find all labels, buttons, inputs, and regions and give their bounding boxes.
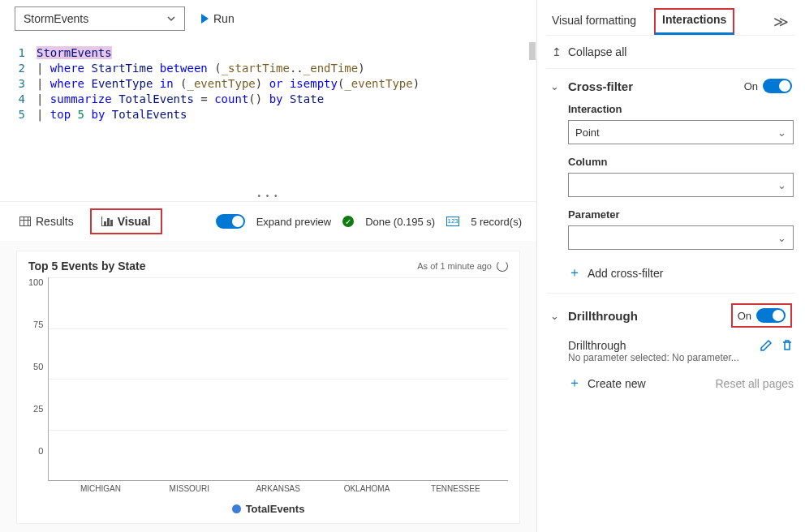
create-new-label: Create new [588,377,646,390]
x-tick: ARKANSAS [242,484,315,493]
code-token: where [50,62,84,75]
code-token: _eventType [187,77,255,90]
trash-icon [781,339,794,352]
line-number: 1 [0,45,25,61]
line-number: 5 [0,107,25,122]
editor-content[interactable]: StormEvents | where StartTime between (_… [37,45,536,183]
section-drillthrough: ⌄ Drillthrough On Drillthrough No parame… [547,293,795,403]
collapse-all-button[interactable]: ↥ Collapse all [547,36,795,68]
chart-card: Top 5 Events by State As of 1 minute ago… [16,251,520,524]
tab-label: Visual [118,215,151,228]
chart-icon [101,217,113,226]
code-token: _startTime [222,62,290,75]
tab-visual[interactable]: Visual [90,208,162,234]
add-crossfilter-button[interactable]: ＋ Add cross-filter [549,258,794,285]
legend-dot-icon [232,504,241,513]
code-token: StormEvents [37,46,112,59]
code-token: isempty [290,77,338,90]
drillthrough-desc: No parameter selected: No parameter... [568,352,760,363]
chevron-down-icon[interactable]: ⌄ [550,80,560,92]
x-tick: OKLAHOMA [330,484,403,493]
reset-pages-button[interactable]: Reset all pages [715,377,794,390]
collapse-all-label: Collapse all [568,45,626,58]
drillthrough-item[interactable]: Drillthrough No parameter selected: No p… [568,334,794,368]
code-editor[interactable]: 1 2 3 4 5 StormEvents | where StartTime … [0,37,536,191]
results-toolbar: Results Visual Expand preview ✓ Done (0.… [0,201,536,241]
field-label-parameter: Parameter [549,205,794,224]
code-token: EventType [91,77,153,90]
section-crossfilter: ⌄ Cross-filter On Interaction Point ⌄ Co… [547,68,795,293]
refresh-icon[interactable] [497,260,508,272]
crossfilter-toggle[interactable] [763,79,792,93]
table-icon [19,217,31,226]
chart-asof: As of 1 minute ago [417,261,492,271]
edit-button[interactable] [760,339,773,354]
line-number: 3 [0,76,25,92]
x-tick: TENNESSEE [419,484,492,493]
code-token: by [269,92,283,105]
chart-area: Top 5 Events by State As of 1 minute ago… [0,241,536,532]
y-tick: 0 [38,446,43,456]
code-token: in [160,77,174,90]
chevron-down-icon: ⌄ [777,232,786,244]
line-number: 4 [0,92,25,107]
pencil-icon [760,339,773,352]
code-token: StartTime [91,62,153,75]
field-label-interaction: Interaction [549,100,794,118]
delete-button[interactable] [781,339,794,354]
interaction-select[interactable]: Point ⌄ [568,120,794,144]
y-tick: 50 [33,362,43,371]
code-token: where [50,77,84,90]
section-title: Cross-filter [568,79,736,93]
tab-label: Results [36,215,74,228]
formatting-panel: Visual formatting Interactions ≫ ↥ Colla… [537,0,805,532]
tab-results[interactable]: Results [15,212,79,231]
code-token: _eventType [344,77,412,90]
y-tick: 75 [33,320,43,329]
editor-gutter: 1 2 3 4 5 [0,45,37,183]
dropdown-value: Point [575,127,600,139]
code-token: State [290,92,324,105]
y-tick: 25 [33,404,43,414]
code-token: TotalEvents [118,92,194,105]
column-select[interactable]: ⌄ [568,173,794,197]
code-token: or [269,77,283,90]
more-tabs-icon[interactable]: ≫ [773,13,792,31]
database-select[interactable]: StormEvents [15,6,185,31]
chevron-down-icon[interactable]: ⌄ [550,310,560,322]
toggle-label: On [738,310,751,322]
code-token: .. [290,62,303,75]
expand-preview-toggle[interactable] [216,214,245,229]
y-tick: 100 [28,277,43,287]
plot-area[interactable] [48,277,508,481]
parameter-select[interactable]: ⌄ [568,225,794,250]
tab-visual-formatting[interactable]: Visual formatting [550,9,638,35]
code-token: count [214,92,248,105]
toggle-label: On [744,80,758,92]
x-tick: MICHIGAN [64,484,137,493]
plus-icon: ＋ [568,375,581,392]
chart-title: Top 5 Events by State [28,260,145,272]
code-token: _endTime [303,62,358,75]
chart-legend: TotalEvents [28,503,508,515]
resize-handle[interactable]: • • • [0,191,536,201]
create-drillthrough-button[interactable]: ＋ Create new Reset all pages [549,368,794,395]
status-text: Done (0.195 s) [365,216,435,228]
chart-body: 100 75 50 25 0 MICHIGANMISSOURIARKANSASO… [28,277,508,493]
run-button[interactable]: Run [193,9,243,28]
toolbar: StormEvents Run [0,0,536,37]
code-token: between [160,62,208,75]
code-token: TotalEvents [112,108,187,121]
scrollbar-thumb[interactable] [529,42,536,60]
add-crossfilter-label: Add cross-filter [588,267,663,280]
play-icon [201,14,209,24]
code-token: = [200,92,207,105]
tab-interactions[interactable]: Interactions [654,8,734,35]
code-token: by [91,108,105,121]
records-icon: 123 [446,217,459,226]
legend-label: TotalEvents [246,503,305,515]
line-number: 2 [0,61,25,76]
drillthrough-toggle[interactable] [756,308,786,323]
plus-icon: ＋ [568,264,581,281]
database-select-value: StormEvents [24,12,88,25]
